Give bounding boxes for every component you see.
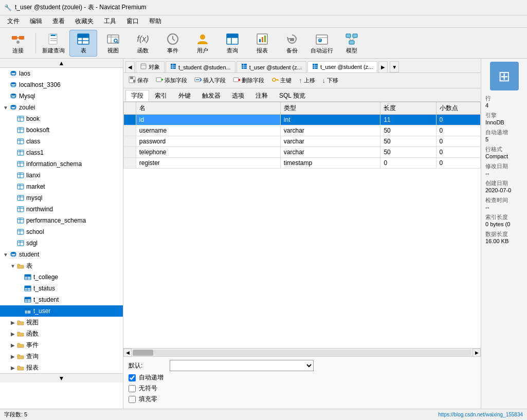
toolbar-btn-backup[interactable]: 备份 [278,30,306,57]
tab-t_user2[interactable]: t_user @student (z... [307,61,377,72]
hscroll-right-btn[interactable]: ▶ [473,349,481,357]
field-length-4[interactable]: 0 [380,158,436,169]
toolbar-btn-connect[interactable]: 连接 [4,30,32,57]
sidebar-item-t_college[interactable]: t_college [0,271,123,283]
sidebar-item-laos[interactable]: laos [0,68,123,79]
sidebar-item-事件[interactable]: ▶事件 [0,339,123,351]
tbar-btn-add-field[interactable]: 添加字段 [153,75,190,87]
checkbox-unsigned[interactable] [129,385,136,392]
expand-icon-0[interactable] [2,70,9,77]
sidebar-item-sdgl[interactable]: sdgl [0,238,123,249]
hscroll-left-btn[interactable]: ◀ [123,349,132,357]
subtab-注释[interactable]: 注释 [250,90,274,101]
expand-icon-13[interactable] [9,217,16,224]
menu-item-查看[interactable]: 查看 [47,16,70,27]
sidebar-item-t_status[interactable]: t_status [0,283,123,294]
expand-icon-15[interactable] [9,240,16,247]
tab-next-btn[interactable]: ▶ [378,61,388,72]
field-length-2[interactable]: 50 [380,136,436,147]
field-type-4[interactable]: timestamp [280,158,380,169]
expand-icon-17[interactable]: ▼ [9,262,16,269]
checkbox-auto-increment[interactable] [129,374,136,381]
checkbox-zerofill[interactable] [129,396,136,403]
toolbar-btn-schedule[interactable]: 自动运行 [308,30,336,57]
field-type-0[interactable]: int [280,115,380,125]
sidebar-item-book[interactable]: book [0,113,123,124]
tab-prev-btn[interactable]: ◀ [125,61,135,72]
field-type-3[interactable]: varchar [280,147,380,158]
expand-icon-19[interactable] [16,285,24,292]
field-name-3[interactable]: telephone [136,147,280,158]
sidebar-item-查询[interactable]: ▶查询 [0,351,123,362]
subtab-触发器[interactable]: 触发器 [196,90,226,101]
menu-item-文件[interactable]: 文件 [2,16,25,27]
sidebar-item-school[interactable]: school [0,226,123,238]
sidebar-item-函数[interactable]: ▶函数 [0,328,123,339]
expand-icon-3[interactable]: ▼ [2,104,9,111]
sidebar-item-localhost_3306[interactable]: localhost_3306 [0,79,123,90]
expand-icon-6[interactable] [9,138,16,145]
sidebar-item-northwind[interactable]: northwind [0,204,123,215]
sidebar-item-class1[interactable]: class1 [0,147,123,158]
subtab-SQL_预览[interactable]: SQL 预览 [274,90,311,101]
hscroll-thumb[interactable] [133,350,153,356]
menu-item-工具[interactable]: 工具 [99,16,121,27]
expand-icon-4[interactable] [9,115,16,122]
expand-icon-8[interactable] [9,160,16,168]
tab-obj[interactable]: 对象 [136,61,165,72]
toolbar-btn-function[interactable]: f(x)函数 [129,30,157,57]
sidebar-scroll-up[interactable]: ▲ [0,59,123,68]
field-decimal-0[interactable]: 0 [436,115,481,125]
expand-icon-20[interactable] [16,296,24,303]
sidebar-item-表[interactable]: ▼表 [0,260,123,271]
field-type-1[interactable]: varchar [280,125,380,136]
field-length-1[interactable]: 50 [380,125,436,136]
field-name-1[interactable]: username [136,125,280,136]
tbar-btn-save[interactable]: 保存 [125,75,152,87]
subtab-外键[interactable]: 外键 [173,90,196,101]
tab-t_user1[interactable]: t_user @student (z... [237,61,306,72]
expand-icon-12[interactable] [9,206,16,213]
field-type-2[interactable]: varchar [280,136,380,147]
expand-icon-11[interactable] [9,194,16,202]
expand-icon-26[interactable]: ▶ [9,364,16,371]
table-row[interactable]: usernamevarchar500 [124,125,481,136]
sidebar-item-zoulei[interactable]: ▼zoulei [0,102,123,113]
expand-icon-9[interactable] [9,172,16,179]
expand-icon-5[interactable] [9,126,16,134]
field-decimal-4[interactable]: 0 [436,158,481,169]
sidebar-item-视图[interactable]: ▶视图 [0,317,123,328]
table-row[interactable]: telephonevarchar500 [124,147,481,158]
expand-icon-24[interactable]: ▶ [9,341,16,349]
field-decimal-1[interactable]: 0 [436,125,481,136]
toolbar-btn-view[interactable]: 视图 [99,30,127,57]
subtab-索引[interactable]: 索引 [149,90,173,101]
sidebar-item-t_student[interactable]: t_student [0,294,123,305]
sidebar-item-information_schema[interactable]: information_schema [0,158,123,170]
tab-t_student[interactable]: t_student @studen... [166,61,235,72]
expand-icon-22[interactable]: ▶ [9,319,16,326]
sidebar-item-class[interactable]: class [0,136,123,147]
sidebar-item-market[interactable]: market [0,181,123,192]
tbar-btn-insert-field[interactable]: 插入字段 [191,75,229,87]
toolbar-btn-event[interactable]: 事件 [159,30,187,57]
sidebar-item-lianxi[interactable]: lianxi [0,170,123,181]
expand-icon-10[interactable] [9,183,16,190]
tbar-btn-primary-key[interactable]: 主键 [268,75,295,87]
field-decimal-2[interactable]: 0 [436,136,481,147]
table-row[interactable]: passwordvarchar500 [124,136,481,147]
sidebar-scroll-down[interactable]: ▼ [0,373,123,382]
tab-more-btn[interactable]: ▼ [390,61,399,72]
field-length-3[interactable]: 50 [380,147,436,158]
menu-item-收藏夹[interactable]: 收藏夹 [70,16,99,27]
tbar-btn-move-up[interactable]: ↑上移 [296,75,318,87]
table-row[interactable]: registertimestamp00 [124,158,481,169]
sidebar-item-t_user[interactable]: t_user [0,305,123,317]
subtab-选项[interactable]: 选项 [226,90,250,101]
expand-icon-14[interactable] [9,228,16,235]
expand-icon-1[interactable] [2,81,9,88]
field-length-0[interactable]: 11 [380,115,436,125]
sidebar-item-报表[interactable]: ▶报表 [0,362,123,373]
tbar-btn-delete-field[interactable]: 删除字段 [230,75,267,87]
sidebar-item-performance_schema[interactable]: performance_schema [0,215,123,226]
